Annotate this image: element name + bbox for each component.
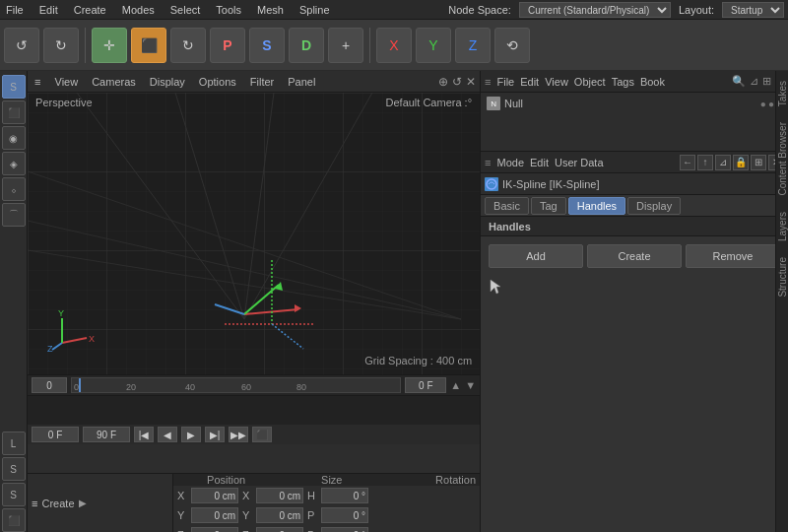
menu-select[interactable]: Select	[168, 4, 203, 16]
remove-handle-button[interactable]: Remove	[686, 244, 780, 268]
prev-frame-button[interactable]: ◀	[158, 427, 177, 442]
z-axis-button[interactable]: Z	[455, 28, 491, 63]
sidebar-icon-5[interactable]: ⬦	[2, 177, 26, 201]
attr-menu-mode[interactable]: Mode	[496, 157, 524, 168]
next-frame-button[interactable]: ▶|	[205, 427, 225, 442]
attr-filter-button[interactable]: ⊿	[715, 155, 731, 170]
sidebar-icon-bottom[interactable]: ⬛	[2, 508, 26, 532]
vp-panel[interactable]: Panel	[285, 76, 318, 88]
obj-settings-icon[interactable]: ⊞	[762, 75, 771, 88]
sz-input[interactable]	[256, 527, 303, 532]
add-button[interactable]: +	[328, 28, 363, 63]
menu-create[interactable]: Create	[72, 4, 108, 16]
attr-up-button[interactable]: ↑	[697, 155, 713, 170]
rotate-axis-button[interactable]: ⟲	[494, 28, 530, 63]
viewport-3d[interactable]: Perspective Default Camera :°	[28, 93, 480, 374]
stop-button[interactable]: ⬛	[252, 427, 272, 442]
sidebar-icon-s[interactable]: S	[2, 457, 26, 481]
attr-settings-button[interactable]: ⊞	[751, 155, 766, 170]
layout-select[interactable]: Startup	[722, 2, 784, 18]
undo-button[interactable]: ↺	[4, 28, 39, 63]
vp-display[interactable]: Display	[147, 76, 188, 88]
py-input[interactable]	[191, 507, 238, 523]
pz-input[interactable]	[191, 527, 238, 532]
menu-mesh[interactable]: Mesh	[255, 4, 286, 16]
rx-input[interactable]	[321, 488, 368, 503]
move-tool-button[interactable]: ✛	[92, 28, 127, 63]
vp-view[interactable]: View	[52, 76, 82, 88]
obj-menu-edit[interactable]: Edit	[520, 76, 539, 88]
vtab-structure[interactable]: Structure	[775, 253, 789, 301]
vp-icon-3[interactable]: ✕	[466, 75, 476, 89]
vp-icon-2[interactable]: ↺	[452, 75, 462, 89]
skip-start-button[interactable]: |◀	[134, 427, 154, 442]
vtab-content-browser[interactable]: Content Browser	[775, 118, 789, 199]
attr-lock-button[interactable]: 🔒	[733, 155, 749, 170]
timeline-bar[interactable]: 0 20 40 60 80	[71, 377, 401, 393]
menu-file[interactable]: File	[4, 4, 26, 16]
menu-tools[interactable]: Tools	[214, 4, 243, 16]
play-button[interactable]: ▶	[181, 427, 201, 442]
tab-basic[interactable]: Basic	[485, 197, 529, 215]
tab-tag[interactable]: Tag	[531, 197, 566, 215]
redo-button[interactable]: ↻	[43, 28, 79, 63]
obj-menu-file[interactable]: File	[496, 76, 514, 88]
attr-menu-userdata[interactable]: User Data	[555, 157, 604, 168]
vp-options[interactable]: Options	[196, 76, 239, 88]
create-handle-button[interactable]: Create	[587, 244, 682, 268]
node-space-select[interactable]: Current (Standard/Physical)	[519, 2, 671, 18]
rz-input[interactable]	[321, 527, 368, 532]
obj-hamburger[interactable]: ≡	[485, 76, 491, 88]
timeline-up-arrow[interactable]: ▲	[450, 379, 461, 391]
attr-menu-edit[interactable]: Edit	[530, 157, 549, 168]
px-input[interactable]	[191, 488, 238, 503]
sidebar-icon-7[interactable]: L	[2, 432, 26, 455]
vis-icon-1[interactable]: ●	[760, 99, 766, 109]
vp-icon-1[interactable]: ⊕	[438, 75, 448, 89]
skip-end-button[interactable]: ▶▶	[229, 427, 248, 442]
sidebar-icon-2[interactable]: ⬛	[2, 100, 26, 124]
obj-search-icon[interactable]: 🔍	[732, 75, 746, 88]
obj-menu-view[interactable]: View	[545, 76, 568, 88]
current-frame-input[interactable]	[32, 427, 79, 442]
tab-display[interactable]: Display	[627, 197, 681, 215]
timeline-end-input[interactable]	[405, 377, 446, 393]
menu-edit[interactable]: Edit	[37, 4, 60, 16]
vis-icon-2[interactable]: ●	[768, 99, 774, 109]
obj-filter-icon[interactable]: ⊿	[750, 75, 758, 88]
fps-input[interactable]	[83, 427, 130, 442]
vtab-takes[interactable]: Takes	[775, 77, 789, 110]
d-button[interactable]: D	[289, 28, 324, 63]
vp-filter[interactable]: Filter	[247, 76, 277, 88]
timeline-start-input[interactable]	[32, 377, 67, 393]
timeline-down-arrow[interactable]: ▼	[465, 379, 476, 391]
p-button[interactable]: P	[210, 28, 245, 63]
sidebar-icon-6[interactable]: ⌒	[2, 203, 26, 227]
obj-menu-object[interactable]: Object	[574, 76, 606, 88]
add-handle-button[interactable]: Add	[489, 244, 583, 268]
rotate-tool-button[interactable]: ↻	[170, 28, 206, 63]
obj-menu-tags[interactable]: Tags	[612, 76, 634, 88]
menu-spline[interactable]: Spline	[297, 4, 332, 16]
obj-item-null[interactable]: N Null ● ● ●	[483, 95, 786, 112]
tab-handles[interactable]: Handles	[568, 197, 625, 215]
x-axis-button[interactable]: X	[376, 28, 412, 63]
ry-input[interactable]	[321, 507, 368, 523]
sidebar-icon-3[interactable]: ◉	[2, 126, 26, 150]
attr-back-button[interactable]: ←	[680, 155, 695, 170]
menu-modes[interactable]: Modes	[120, 4, 157, 16]
sy-input[interactable]	[256, 507, 303, 523]
create-arrow-icon[interactable]: ▶	[79, 498, 87, 508]
y-axis-button[interactable]: Y	[416, 28, 451, 63]
sidebar-icon-1[interactable]: S	[2, 75, 26, 99]
sidebar-icon-4[interactable]: ◈	[2, 152, 26, 175]
s-button[interactable]: S	[249, 28, 285, 63]
attr-hamburger[interactable]: ≡	[485, 157, 491, 168]
vp-hamburger[interactable]: ≡	[32, 76, 43, 88]
vp-cameras[interactable]: Cameras	[89, 76, 139, 88]
obj-menu-book[interactable]: Book	[640, 76, 665, 88]
scale-tool-button[interactable]: ⬛	[131, 28, 166, 63]
vtab-layers[interactable]: Layers	[775, 208, 789, 245]
sidebar-icon-s2[interactable]: S	[2, 483, 26, 506]
sx-input[interactable]	[256, 488, 303, 503]
